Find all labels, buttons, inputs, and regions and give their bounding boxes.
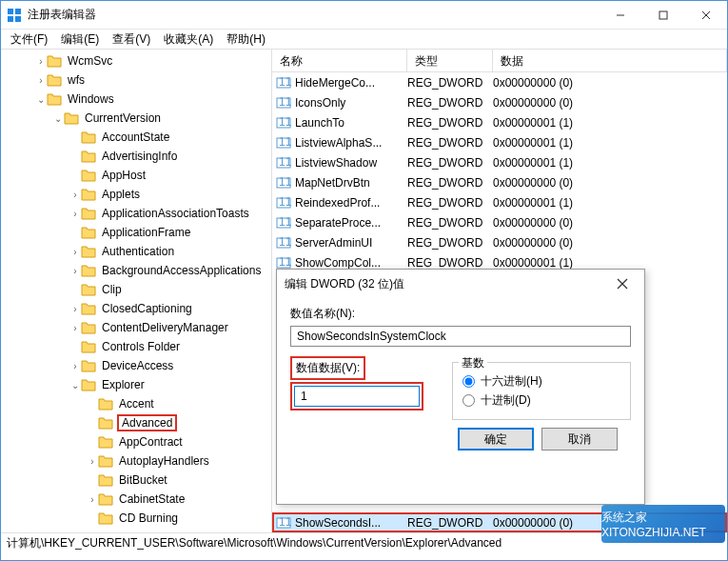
tree-item[interactable]: ⌄CurrentVersion [1, 109, 271, 128]
tree-label[interactable]: DeviceAccess [100, 359, 175, 372]
list-row[interactable]: 110MapNetDrvBtnREG_DWORD0x00000000 (0) [272, 172, 727, 192]
close-button[interactable] [684, 1, 727, 30]
tree-item[interactable]: ›ContentDeliveryManager [1, 318, 271, 337]
tree-item[interactable]: ⌄Windows [1, 90, 271, 109]
expand-icon[interactable]: › [87, 456, 98, 467]
expand-icon[interactable]: › [69, 266, 81, 276]
tree-item[interactable]: AccountState [1, 128, 271, 147]
tree-label[interactable]: WcmSvc [66, 54, 114, 68]
collapse-icon[interactable]: ⌄ [69, 380, 81, 391]
tree-item[interactable]: CD Burning [1, 509, 271, 528]
value-data-input[interactable] [294, 386, 420, 407]
tree-item[interactable]: AppContract [1, 432, 271, 451]
tree-item[interactable]: BitBucket [1, 471, 271, 490]
folder-icon [81, 188, 96, 201]
menu-file[interactable]: 文件(F) [5, 30, 53, 50]
tree-label[interactable]: ApplicationFrame [100, 226, 192, 239]
menu-view[interactable]: 查看(V) [107, 30, 156, 50]
col-header-name[interactable]: 名称 [272, 50, 407, 71]
menu-edit[interactable]: 编辑(E) [55, 30, 105, 50]
expand-icon[interactable]: › [69, 304, 81, 314]
list-row[interactable]: 110ListviewAlphaS...REG_DWORD0x00000001 … [272, 132, 727, 152]
tree-item[interactable]: ›Applets [1, 185, 271, 204]
folder-icon [81, 340, 96, 353]
tree-item[interactable]: ›DeviceAccess [1, 356, 271, 375]
collapse-icon[interactable]: ⌄ [52, 113, 64, 124]
list-row[interactable]: 110HideMergeCo...REG_DWORD0x00000000 (0) [272, 72, 727, 92]
col-header-type[interactable]: 类型 [407, 50, 493, 71]
cancel-button[interactable]: 取消 [541, 428, 618, 451]
tree-label[interactable]: AppContract [117, 435, 185, 449]
cell-name: LaunchTo [295, 116, 407, 130]
tree-label[interactable]: Accent [117, 397, 156, 411]
tree-label[interactable]: CabinetState [117, 492, 187, 506]
tree-label[interactable]: ApplicationAssociationToasts [100, 207, 251, 220]
value-name-input[interactable] [290, 326, 631, 347]
expand-icon[interactable]: › [69, 323, 81, 333]
tree-label[interactable]: Clip [100, 283, 124, 296]
ok-button[interactable]: 确定 [458, 428, 534, 451]
tree-label[interactable]: Explorer [100, 378, 147, 391]
list-row[interactable]: 110LaunchToREG_DWORD0x00000001 (1) [272, 112, 727, 132]
tree-item[interactable]: Advanced [1, 413, 271, 432]
dialog-titlebar[interactable]: 编辑 DWORD (32 位)值 [277, 270, 644, 298]
tree-label[interactable]: Authentication [100, 245, 176, 258]
expand-icon[interactable]: › [87, 494, 98, 505]
cell-type: REG_DWORD [407, 216, 493, 230]
tree-item[interactable]: ›ClosedCaptioning [1, 299, 271, 318]
list-row[interactable]: 110SeparateProce...REG_DWORD0x00000000 (… [272, 212, 727, 232]
tree-item[interactable]: Accent [1, 394, 271, 413]
expand-icon[interactable]: › [69, 361, 81, 371]
tree-item[interactable]: ›BackgroundAccessApplications [1, 261, 271, 280]
tree-label[interactable]: AutoplayHandlers [117, 454, 211, 468]
tree-label[interactable]: BitBucket [117, 473, 169, 487]
tree-item[interactable]: Clip [1, 280, 271, 299]
list-row[interactable]: 110ReindexedProf...REG_DWORD0x00000001 (… [272, 192, 727, 212]
menu-help[interactable]: 帮助(H) [221, 30, 271, 50]
tree-label[interactable]: BackgroundAccessApplications [100, 264, 263, 277]
col-header-data[interactable]: 数据 [493, 50, 727, 71]
tree-item[interactable]: AdvertisingInfo [1, 147, 271, 166]
tree-item[interactable]: ›Authentication [1, 242, 271, 261]
tree-label[interactable]: AccountState [100, 130, 171, 144]
tree-item[interactable]: ApplicationFrame [1, 223, 271, 242]
tree-item[interactable]: Controls Folder [1, 337, 271, 356]
dialog-close-button[interactable] [608, 270, 637, 298]
expand-icon[interactable]: › [69, 247, 81, 257]
expand-icon[interactable]: › [69, 209, 81, 219]
radix-hex-radio[interactable] [462, 375, 475, 388]
tree-label[interactable]: wfs [66, 73, 87, 87]
tree-item[interactable]: AppHost [1, 166, 271, 185]
collapse-icon[interactable]: ⌄ [35, 94, 47, 105]
expand-icon[interactable]: › [35, 75, 47, 86]
tree-pane[interactable]: ›WcmSvc›wfs⌄Windows⌄CurrentVersionAccoun… [1, 50, 272, 532]
tree-label[interactable]: CurrentVersion [83, 111, 163, 125]
list-row[interactable]: 110ServerAdminUIREG_DWORD0x00000000 (0) [272, 232, 727, 252]
tree-item[interactable]: ›wfs [1, 70, 271, 90]
minimize-button[interactable] [599, 1, 641, 30]
tree-label[interactable]: Applets [100, 188, 142, 201]
tree-label[interactable]: CD Burning [117, 511, 180, 525]
radix-dec-radio[interactable] [462, 394, 475, 407]
tree-label[interactable]: AdvertisingInfo [100, 150, 179, 163]
expand-icon[interactable]: › [69, 190, 81, 200]
radix-dec-option[interactable]: 十进制(D) [462, 392, 620, 409]
tree-item[interactable]: ›CabinetState [1, 490, 271, 509]
tree-item[interactable]: ⌄Explorer [1, 375, 271, 394]
value-name-label: 数值名称(N): [290, 306, 631, 322]
tree-label[interactable]: Advanced [117, 414, 177, 431]
tree-label[interactable]: ContentDeliveryManager [100, 321, 230, 334]
maximize-button[interactable] [641, 1, 684, 30]
tree-item[interactable]: ›AutoplayHandlers [1, 451, 271, 471]
list-row[interactable]: 110ListviewShadowREG_DWORD0x00000001 (1) [272, 152, 727, 172]
list-row[interactable]: 110IconsOnlyREG_DWORD0x00000000 (0) [272, 92, 727, 112]
tree-label[interactable]: Windows [66, 92, 116, 106]
menu-favorites[interactable]: 收藏夹(A) [158, 30, 219, 50]
tree-item[interactable]: ›ApplicationAssociationToasts [1, 204, 271, 223]
expand-icon[interactable]: › [35, 56, 47, 67]
tree-item[interactable]: ›WcmSvc [1, 51, 271, 70]
radix-hex-option[interactable]: 十六进制(H) [462, 373, 620, 390]
tree-label[interactable]: Controls Folder [100, 340, 182, 353]
tree-label[interactable]: ClosedCaptioning [100, 302, 194, 315]
tree-label[interactable]: AppHost [100, 169, 148, 182]
